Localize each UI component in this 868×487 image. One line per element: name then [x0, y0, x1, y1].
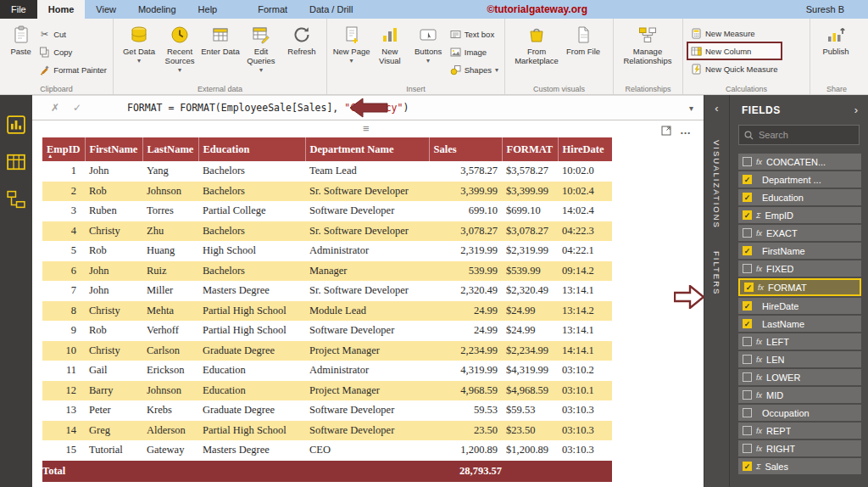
collapse-fields-chevron[interactable]: ›	[854, 104, 858, 116]
field-checkbox[interactable]: ✓	[743, 175, 752, 184]
table-row[interactable]: 2 Rob Johnson Bachelors Sr. Software Dev…	[42, 182, 612, 202]
menu-tab[interactable]: View	[85, 0, 127, 19]
table-row[interactable]: 1 John Yang Bachelors Team Lead 3,578.27…	[42, 161, 612, 182]
column-header[interactable]: FORMAT	[502, 137, 558, 161]
formula-commit-button[interactable]: ✓	[66, 102, 88, 114]
refresh-button[interactable]: Refresh	[281, 22, 322, 57]
publish-button[interactable]: Publish	[815, 22, 856, 57]
field-checkbox[interactable]: ✓	[743, 319, 752, 328]
column-header[interactable]: Sales	[429, 137, 502, 161]
fields-search[interactable]	[738, 125, 860, 145]
visualizations-pane-tab[interactable]: VISUALIZATIONS	[712, 140, 721, 229]
text-box-button[interactable]: Text box	[448, 26, 501, 42]
column-header[interactable]: Education	[198, 137, 305, 161]
field-item[interactable]: ✓ Education	[738, 189, 861, 205]
new-quick-measure-button[interactable]: New Quick Measure	[688, 61, 781, 76]
field-item[interactable]: ✓ HireDate	[738, 298, 861, 314]
field-item[interactable]: fx FIXED	[738, 260, 861, 277]
visual-drag-handle[interactable]: ≡	[363, 122, 370, 135]
recent-sources-button[interactable]: Recent Sources▾	[159, 22, 200, 74]
menu-tab[interactable]: File	[0, 0, 37, 19]
field-item[interactable]: ✓ Σ EmpID	[738, 207, 861, 223]
buttons-button[interactable]: Buttons▾	[409, 22, 448, 64]
report-view-icon[interactable]	[7, 115, 25, 134]
new-visual-button[interactable]: New Visual	[370, 22, 409, 66]
field-item[interactable]: fx RIGHT	[738, 440, 861, 456]
field-checkbox[interactable]: ✓	[743, 301, 752, 311]
field-checkbox[interactable]	[743, 426, 752, 435]
table-visual[interactable]: ▲ EmpIDFirstNameLastNameEducationDepartm…	[42, 137, 612, 482]
field-checkbox[interactable]: ✓	[743, 210, 752, 220]
data-view-icon[interactable]	[7, 153, 25, 171]
menu-tab[interactable]: Help	[187, 0, 229, 19]
more-options-icon[interactable]: …	[680, 124, 692, 137]
focus-mode-icon[interactable]	[661, 126, 671, 136]
field-checkbox[interactable]	[743, 337, 752, 346]
new-column-button[interactable]: New Column	[688, 43, 781, 59]
field-checkbox[interactable]	[743, 408, 752, 417]
model-view-icon[interactable]	[7, 190, 25, 209]
get-data-button[interactable]: Get Data▾	[119, 22, 159, 64]
field-checkbox[interactable]	[743, 390, 752, 400]
table-row[interactable]: 10 Christy Carlson Graduate Degree Proje…	[42, 341, 612, 361]
field-item[interactable]: fx MID	[738, 387, 861, 403]
table-row[interactable]: 8 Christy Mehta Partial High School Modu…	[42, 301, 612, 322]
field-checkbox[interactable]: ✓	[743, 193, 752, 202]
field-item[interactable]: ✓ FirstName	[738, 243, 861, 259]
field-item[interactable]: fx EXACT	[738, 225, 861, 241]
cut-button[interactable]: ✂Cut	[36, 26, 109, 42]
field-checkbox[interactable]	[743, 355, 752, 364]
field-checkbox[interactable]: ✓	[743, 462, 752, 471]
table-row[interactable]: 5 Rob Huang High School Administrator 2,…	[42, 241, 612, 261]
expand-pane-chevron[interactable]: ‹	[715, 102, 718, 115]
field-item[interactable]: fx LEN	[738, 351, 861, 367]
column-header[interactable]: FirstName	[85, 137, 142, 161]
field-checkbox[interactable]	[743, 264, 752, 273]
from-marketplace-button[interactable]: From Marketplace	[510, 22, 563, 66]
shapes-button[interactable]: Shapes▾	[448, 62, 501, 77]
column-header[interactable]: LastName	[142, 137, 198, 161]
formula-expand-chevron[interactable]: ▾	[689, 104, 693, 113]
field-checkbox[interactable]	[743, 372, 752, 382]
field-item[interactable]: fx CONCATEN...	[738, 154, 861, 170]
field-item[interactable]: ✓ Σ Sales	[738, 458, 861, 474]
menu-tab[interactable]: Home	[37, 0, 86, 19]
field-item[interactable]: fx LOWER	[738, 369, 861, 385]
copy-button[interactable]: Copy	[36, 44, 109, 59]
table-row[interactable]: 11 Gail Erickson Education Administrator…	[42, 361, 612, 381]
field-checkbox[interactable]: ✓	[743, 246, 752, 255]
menu-tab[interactable]: Format	[247, 0, 298, 19]
field-checkbox[interactable]	[743, 228, 752, 238]
table-row[interactable]: 9 Rob Verhoff Partial High School Softwa…	[42, 321, 612, 341]
field-item[interactable]: Occupation	[738, 405, 861, 421]
menu-tab[interactable]: Modeling	[127, 0, 187, 19]
paste-button[interactable]: Paste	[5, 22, 36, 57]
signed-in-user[interactable]: Suresh B	[806, 0, 868, 19]
field-item[interactable]: ✓ LastName	[738, 316, 861, 332]
image-button[interactable]: Image	[448, 44, 501, 59]
column-header[interactable]: HireDate	[558, 137, 612, 161]
enter-data-button[interactable]: Enter Data	[200, 22, 241, 57]
new-measure-button[interactable]: New Measure	[688, 25, 781, 41]
dax-formula[interactable]: FORMAT = FORMAT(EmployeeSale[Sales], "Cu…	[127, 102, 409, 114]
field-checkbox[interactable]: ✓	[744, 283, 754, 292]
formula-bar[interactable]: ✗ ✓ FORMAT = FORMAT(EmployeeSale[Sales],…	[32, 95, 704, 120]
manage-relationships-button[interactable]: Manage Relationships	[619, 22, 676, 66]
field-item[interactable]: fx LEFT	[738, 333, 861, 350]
table-row[interactable]: 6 John Ruiz Bachelors Manager 539.99 $53…	[42, 261, 612, 282]
table-row[interactable]: 14 Greg Alderson Partial High School Sof…	[42, 421, 612, 441]
new-page-button[interactable]: New Page▾	[332, 22, 370, 64]
from-file-button[interactable]: From File	[563, 22, 604, 57]
edit-queries-button[interactable]: Edit Queries▾	[241, 22, 281, 74]
table-row[interactable]: 3 Ruben Torres Partial College Software …	[42, 201, 612, 221]
menu-tab[interactable]: Data / Drill	[298, 0, 364, 19]
filters-pane-tab[interactable]: FILTERS	[712, 251, 721, 295]
column-header[interactable]: Department Name	[305, 137, 429, 161]
table-row[interactable]: 15 Tutorial Gateway Masters Degree CEO 1…	[42, 440, 612, 461]
field-item[interactable]: ✓ fx FORMAT	[738, 278, 861, 296]
sort-ascending-icon[interactable]: ▲	[47, 153, 53, 159]
table-row[interactable]: 12 Barry Johnson Education Project Manag…	[42, 381, 612, 401]
formula-cancel-button[interactable]: ✗	[44, 102, 66, 114]
field-item[interactable]: ✓ Department ...	[738, 171, 861, 188]
field-checkbox[interactable]	[743, 444, 752, 453]
